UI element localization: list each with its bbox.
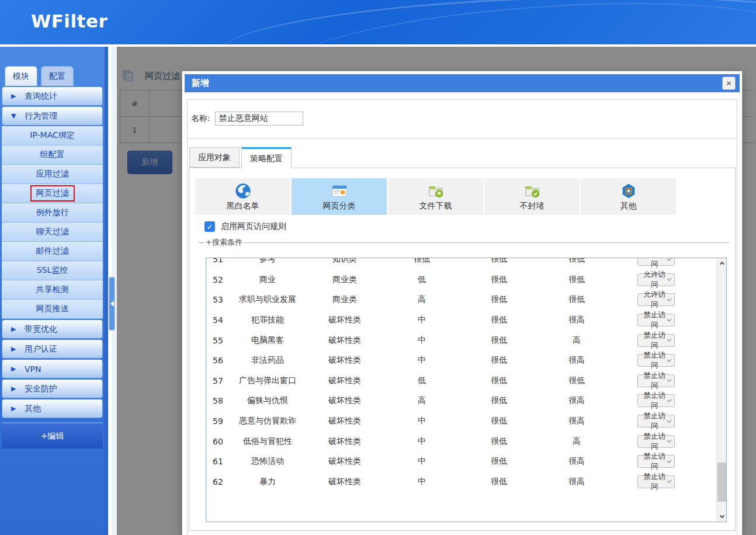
dialog-tabs: 应用对象 策略配置 — [189, 147, 292, 168]
scrollbar-thumb[interactable] — [717, 463, 726, 502]
sidebar-item-label: 网页推送 — [32, 302, 74, 316]
rule-name: 电脑黑客 — [230, 335, 306, 346]
sidebar-item[interactable]: 应用过滤 — [2, 165, 103, 184]
sidebar-tab-modules[interactable]: 模块 — [5, 66, 37, 86]
section-label: 安全防护 — [25, 384, 57, 394]
rule-level-1: 高 — [384, 395, 460, 406]
rule-category: 破坏性类 — [306, 395, 384, 406]
sidebar-section-bandwidth[interactable]: ▶ 带宽优化 — [2, 319, 103, 339]
rule-category: 破坏性类 — [306, 376, 384, 386]
scrollbar[interactable] — [716, 258, 726, 522]
table-row: 53 求职与职业发展 商业类 高 很低 很低 允许访问 — [206, 290, 716, 310]
action-value: 允许访问 — [641, 258, 668, 269]
action-select[interactable]: 禁止访问 — [637, 334, 675, 347]
rule-category: 商业类 — [306, 294, 384, 305]
sidebar-section-behavior-mgmt[interactable]: ▼ 行为管理 — [2, 106, 103, 126]
sidebar-item[interactable]: 组配置 — [2, 145, 103, 165]
category-web-classification[interactable]: 网页分类 — [292, 178, 387, 215]
action-select[interactable]: 允许访问 — [637, 273, 675, 286]
chevron-right-icon: ▶ — [11, 365, 18, 373]
sidebar-item[interactable]: SSL监控 — [2, 261, 103, 280]
category-label: 黑白名单 — [227, 201, 259, 211]
tab-apply-target[interactable]: 应用对象 — [189, 147, 240, 168]
action-select[interactable]: 允许访问 — [637, 293, 675, 306]
action-select[interactable]: 禁止访问 — [637, 314, 675, 326]
rule-level-2: 很低 — [460, 294, 538, 305]
action-select[interactable]: 禁止访问 — [637, 455, 675, 468]
category-label: 网页分类 — [323, 201, 356, 211]
sidebar-section-security[interactable]: ▶ 安全防护 — [2, 379, 103, 398]
section-label: 用户认证 — [25, 344, 57, 355]
action-value: 禁止访问 — [641, 472, 668, 492]
chevron-right-icon: ▶ — [11, 345, 18, 353]
file-download-icon — [427, 182, 445, 200]
rule-level-1: 低 — [384, 376, 460, 386]
table-row: 61 恐怖活动 破坏性类 中 很低 很高 禁止访问 — [206, 451, 716, 472]
name-input[interactable] — [215, 112, 303, 126]
action-select[interactable]: 禁止访问 — [637, 354, 675, 367]
scroll-down-button[interactable] — [717, 512, 727, 522]
rule-level-1: 中 — [384, 436, 460, 447]
sidebar-section-query-stats[interactable]: ▶ 查询统计 — [2, 86, 103, 106]
sidebar-item[interactable]: 共享检测 — [2, 280, 103, 300]
name-group: 名称: — [187, 99, 737, 139]
action-select[interactable]: 禁止访问 — [637, 374, 675, 387]
search-condition-toggle[interactable]: +搜索条件 — [206, 237, 242, 248]
category-file-download[interactable]: 文件下载 — [388, 178, 483, 215]
rule-name: 非法药品 — [230, 355, 306, 366]
action-select[interactable]: 禁止访问 — [637, 394, 675, 407]
enable-rules-label: 启用网页访问规则 — [221, 221, 286, 232]
sidebar-item-label: 组配置 — [36, 148, 70, 162]
sidebar-item[interactable]: 聊天过滤 — [2, 223, 103, 242]
sidebar-item[interactable]: IP-MAC绑定 — [2, 126, 103, 145]
sidebar-tab-config[interactable]: 配置 — [41, 66, 74, 86]
rule-name: 广告与弹出窗口 — [230, 376, 306, 386]
chevron-right-icon: ▶ — [11, 385, 18, 392]
category-no-block[interactable]: 不封堵 — [484, 178, 580, 215]
sidebar-collapse-handle[interactable] — [109, 277, 115, 331]
action-value: 禁止访问 — [641, 451, 668, 471]
chevron-right-icon: ▶ — [11, 405, 18, 412]
chevron-down-icon — [719, 513, 724, 518]
category-other[interactable]: 其他 — [581, 178, 676, 215]
enable-rules-checkbox[interactable]: ✓ — [204, 221, 215, 232]
edit-button[interactable]: +编辑 — [2, 422, 103, 449]
sidebar-item[interactable]: 网页推送 — [2, 300, 103, 319]
rule-level-3: 很高 — [538, 416, 615, 426]
action-select[interactable]: 禁止访问 — [637, 415, 675, 428]
sidebar-section-other[interactable]: ▶ 其他 — [2, 399, 103, 418]
sidebar-tab-label: 配置 — [49, 71, 65, 82]
sidebar-item-label: 网页过滤 — [30, 185, 75, 202]
rule-level-1: 中 — [384, 456, 460, 467]
rule-level-3: 很高 — [538, 477, 615, 487]
section-label: 查询统计 — [25, 91, 57, 102]
category-strip: 黑白名单 网页分类 — [195, 178, 676, 215]
close-button[interactable]: ✕ — [722, 77, 736, 90]
action-value: 允许访问 — [641, 270, 668, 290]
sidebar-section-user-auth[interactable]: ▶ 用户认证 — [2, 339, 103, 359]
scroll-up-button[interactable] — [717, 258, 727, 268]
rule-level-2: 很低 — [460, 416, 538, 426]
rule-name: 恶意与仿冒欺诈 — [230, 416, 306, 426]
collapse-arrow-icon — [110, 301, 114, 307]
rule-category: 破坏性类 — [306, 436, 384, 447]
action-select[interactable]: 禁止访问 — [637, 475, 675, 488]
name-label: 名称: — [191, 113, 210, 124]
sidebar-item[interactable]: 网页过滤 — [2, 184, 103, 203]
rule-level-2: 很低 — [460, 376, 538, 386]
tab-policy-config[interactable]: 策略配置 — [241, 147, 292, 169]
rule-level-3: 高 — [538, 335, 615, 346]
sidebar-item[interactable]: 邮件过滤 — [2, 242, 103, 261]
sidebar-item[interactable]: 例外放行 — [2, 203, 103, 223]
action-select[interactable]: 允许访问 — [637, 258, 675, 266]
other-icon — [620, 182, 637, 200]
sidebar-section-vpn[interactable]: ▶ VPN — [2, 359, 103, 378]
section-label: 其他 — [25, 404, 41, 414]
action-select[interactable]: 禁止访问 — [637, 435, 675, 448]
rule-category: 破坏性类 — [306, 416, 384, 426]
rule-category: 破坏性类 — [306, 456, 384, 467]
category-blackwhite-list[interactable]: 黑白名单 — [195, 178, 290, 215]
rule-level-2: 很低 — [460, 355, 538, 366]
rules-rows: 51 参考 知识类 很低 很低 很低 允许访问 — [206, 258, 716, 492]
divider — [244, 242, 729, 243]
